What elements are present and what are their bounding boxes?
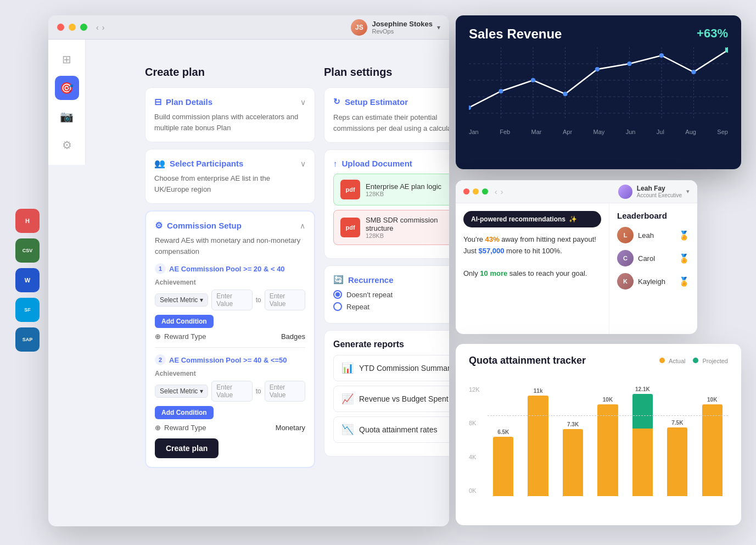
bar-group-3: 7.3K [557,386,589,496]
bar-label-3: 7.3K [567,421,579,427]
chevron-down-icon[interactable]: ∨ [300,159,306,168]
sidebar-item-settings[interactable]: ⚙ [55,133,79,157]
report-item-quota[interactable]: 📉 Quota attainment rates [333,416,449,443]
user-info: Josephine Stokes RevOps [372,20,433,35]
report-item-ytd[interactable]: 📊 YTD Commission Summary [333,355,449,381]
radio-filled-icon [333,290,342,299]
metric-select-2[interactable]: Select Metric ▾ [155,385,208,398]
lb-name-kayleigh: Kayleigh [638,277,674,286]
y-label-0k: 0K [469,487,484,494]
traffic-lights [57,24,87,31]
user-pill[interactable]: JS Josephine Stokes RevOps ▾ [351,19,440,36]
lb-minimize[interactable] [473,188,479,194]
minimize-button[interactable] [69,24,76,31]
lb-entry-leah: L Leah 🏅 [617,227,690,243]
lb-nav: ‹ › [495,187,503,196]
bar-label-1: 6.5K [497,429,509,435]
create-plan-panel: Create plan ⊟ Plan Details ∨ Build commi… [145,66,315,515]
lb-forward-arrow[interactable]: › [501,187,503,196]
reference-line [488,415,728,416]
app-hubspot[interactable]: H [15,209,40,233]
browser-titlebar: ‹ › JS Josephine Stokes RevOps ▾ [48,15,449,40]
fullscreen-button[interactable] [80,24,87,31]
sidebar-item-target[interactable]: 🎯 [55,76,79,100]
commission-rule-1: 1 AE Commission Pool >= 20 & < 40 Achiev… [155,263,305,341]
plan-settings-title: Plan settings [324,66,449,79]
reward-label-2: ⊕ Reward Type [155,424,206,432]
report-icon-revenue: 📈 [341,393,354,405]
reward-type-row-2: ⊕ Reward Type Monetary [155,424,305,432]
upload-title: ↑ Upload Document [333,159,412,168]
month-jun: Jun [626,129,636,135]
ai-text-3: more to hit 100%. [504,247,562,255]
chevron-down-icon[interactable]: ∧ [300,221,305,230]
radio-repeat[interactable]: Repeat [333,302,449,311]
add-condition-btn-2[interactable]: Add Condition [155,406,214,419]
lb-badge-kayleigh: 🏅 [679,276,690,287]
legend-actual: Actual [659,358,685,364]
month-aug: Aug [685,129,696,135]
lb-close[interactable] [463,188,469,194]
y-label-8k: 8K [469,420,484,426]
recurrence-icon: 🔄 [333,275,344,285]
lb-user-role: Account Executive [637,192,682,198]
actual-dot [659,358,665,363]
lb-badge-leah: 🏅 [679,230,690,241]
add-condition-btn-1[interactable]: Add Condition [155,315,214,328]
metric-select-1[interactable]: Select Metric ▾ [155,293,208,307]
lb-back-arrow[interactable]: ‹ [495,187,497,196]
value-input-1[interactable]: Enter Value [211,290,252,310]
lb-user-info: Leah Fay Account Executive [637,185,682,198]
svg-point-14 [563,92,567,96]
lb-fullscreen[interactable] [482,188,488,194]
select-participants-card: 👥 Select Participants ∨ Choose from ente… [145,149,315,204]
rule-1-label: 1 AE Commission Pool >= 20 & < 40 [155,263,305,274]
app-csv[interactable]: CSV [15,238,40,263]
recurrence-card: 🔄 Recurrence ∧ Doesn't repeat Repeat [324,265,449,324]
app-salesforce[interactable]: SF [15,298,40,322]
sidebar-item-camera[interactable]: 📷 [55,104,79,129]
reward-type-row-1: ⊕ Reward Type Badges [155,332,305,341]
radio-doesnt-repeat[interactable]: Doesn't repeat [333,290,449,299]
app-sap[interactable]: SAP [15,327,40,352]
month-jul: Jul [657,129,664,135]
svg-point-18 [691,70,696,74]
recurrence-title: 🔄 Recurrence [333,275,394,285]
value-input-4[interactable]: Enter Value [265,381,305,402]
value-input-3[interactable]: Enter Value [211,381,252,402]
to-label: to [256,296,261,304]
user-role: RevOps [372,28,433,35]
main-content: Create plan ⊟ Plan Details ∨ Build commi… [134,55,449,526]
bar-actual-3 [563,429,583,496]
create-plan-button[interactable]: Create plan [155,438,219,458]
report-item-revenue[interactable]: 📈 Revenue vs Budget Spent [333,386,449,412]
lb-user-name: Leah Fay [637,185,682,192]
close-button[interactable] [57,24,64,31]
sales-chart-window: Sales Revenue +63% [456,15,741,169]
back-arrow[interactable]: ‹ [96,23,99,32]
upload-document-card: ↑ Upload Document ∧ pdf Enterprise AE pl… [324,149,449,259]
ai-more: 10 more [480,269,507,277]
app-w[interactable]: W [15,268,40,292]
lb-name-carol: Carol [638,254,674,263]
achievement-label: Achievement [155,279,305,286]
y-label-12k: 12K [469,386,484,393]
sidebar-item-grid[interactable]: ⊞ [55,47,79,71]
reward-icon-2: ⊕ [155,424,161,432]
ai-recommendations-btn[interactable]: AI-powered recommendations ✨ [463,211,601,227]
lb-avatar-leah: L [617,227,634,243]
svg-point-15 [595,67,600,71]
bar-label-7: 10K [707,397,717,403]
card-header: 👥 Select Participants ∨ [154,158,306,169]
value-input-2[interactable]: Enter Value [265,290,305,310]
generate-reports-card: Generate reports 📊 YTD Commission Summar… [324,330,449,457]
chevron-down-icon[interactable]: ∨ [300,98,306,107]
lb-user-avatar [618,185,632,199]
svg-point-17 [659,53,664,58]
plan-details-card: ⊟ Plan Details ∨ Build commission plans … [145,87,315,142]
bar-actual-2 [528,396,548,496]
chart-month-labels: Jan Feb Mar Apr May Jun Jul Aug Sep [469,126,728,137]
bar-label-2: 11k [534,388,543,394]
create-plan-title: Create plan [145,66,315,79]
forward-arrow[interactable]: › [102,23,105,32]
